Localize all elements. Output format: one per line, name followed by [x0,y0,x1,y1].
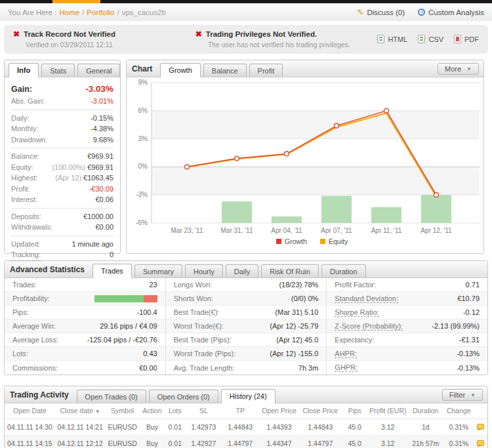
cell-tp: 1.44843 [222,418,258,435]
info-group: Gain:-3.03%Abs. Gain:-3.01% [11,80,113,110]
stat-label: Shorts Won: [174,295,213,302]
col-header-close-date[interactable]: Close date▼ [55,403,106,418]
stat-label: Pips: [12,308,28,316]
stat-label[interactable]: Z-Score (Probability): [335,322,403,331]
pdf-doc-icon [454,35,461,43]
stat-label: Worst Trade(€): [174,322,224,330]
top-nav-active-segment[interactable] [52,0,100,3]
export-pdf-button[interactable]: PDF [454,35,479,43]
stats-tab-daily[interactable]: Daily [226,264,258,277]
info-row-interest: Interest:€0.06 [11,194,113,205]
activity-tab-history-24[interactable]: History (24) [221,389,276,403]
activity-tab-open-orders-0[interactable]: Open Orders (0) [149,390,218,403]
cell-open-date: 04.11.11 14:15 [5,435,55,448]
col-header-lots[interactable]: Lots [165,403,185,418]
stat-value: 23 [149,281,157,289]
stat-label[interactable]: GHPR: [335,363,358,372]
trading-activity-panel: Trading Activity Open Trades (0)Open Ord… [4,386,488,448]
breadcrumb-separator: / [82,9,84,16]
info-value: (100.00%) €969.91 [52,162,113,173]
stat-row-z-score-probability: Z-Score (Probability):-2.13 (99.99%) [327,319,487,333]
info-label: Abs. Gain: [11,96,45,107]
col-header-pips[interactable]: Pips [341,403,369,418]
info-row-drawdown: Drawdown:9.68% [11,134,113,146]
export-html-button[interactable]: HTML [377,35,407,43]
info-row-daily: Daily:-0.15% [11,113,113,124]
stat-row-pips: Pips:-100.4 [5,306,165,319]
stat-label: Trades: [12,281,37,289]
profitability-green-segment [94,295,144,302]
chart-tab-balance[interactable]: Balance [203,64,247,77]
col-header-open-date[interactable]: Open Date [5,403,55,418]
advanced-statistics-grid: Trades:23Profitability:Pips:-100.4Averag… [5,278,487,375]
export-buttons: HTML CSV PDF [377,30,479,43]
chart-panel: Chart GrowthBalanceProfit More▼ 9%6%3%0%… [126,60,484,254]
info-row-balance: Balance:€969.91 [11,151,113,162]
stat-label[interactable]: Sharpe Ratio: [335,308,379,317]
stat-row-worst-trade: Worst Trade(€):(Apr 12) -25.79 [166,319,327,333]
col-header-profit-eur[interactable]: Profit (EUR) [369,403,407,418]
info-label: Highest: [11,173,37,184]
stat-row-longs-won: Longs Won:(18/23) 78% [166,278,327,292]
info-label: Gain: [11,83,32,96]
advanced-statistics-title: Advanced Statistics [10,265,85,274]
stats-tab-trades[interactable]: Trades [92,264,132,278]
info-label: Deposits: [11,211,41,222]
info-value: -0.15% [91,113,113,124]
stats-tab-duration[interactable]: Duration [321,264,366,277]
stat-label[interactable]: Standard Deviation: [335,295,398,303]
stat-label: Profitability: [12,295,50,302]
red-x-icon: ✖ [13,30,20,39]
col-header-symbol[interactable]: Symbol [105,403,139,418]
info-row-monthly: Monthly:-4.38% [11,123,113,134]
col-header-action[interactable]: Action [140,403,165,418]
stat-value: €0.00 [139,364,157,372]
comment-bubble-icon[interactable] [477,424,484,430]
stat-label[interactable]: AHPR: [335,350,357,358]
breadcrumb-portfolio-link[interactable]: Portfolio [87,9,114,16]
custom-analysis-link[interactable]: Custom Analysis [418,8,484,17]
stats-column-2: Longs Won:(18/23) 78%Shorts Won:(0/0) 0%… [166,278,327,375]
col-header-change[interactable]: Change [444,403,474,418]
comment-bubble-icon[interactable] [477,440,484,446]
info-value: -3.01% [91,96,113,107]
col-header-duration[interactable]: Duration [407,403,444,418]
stats-tab-hourly[interactable]: Hourly [185,264,223,277]
chart-tab-growth[interactable]: Growth [160,63,200,77]
col-header-sl[interactable]: SL [186,403,222,418]
cell-change: 0.31% [444,435,474,448]
activity-tab-open-trades-0[interactable]: Open Trades (0) [77,390,146,403]
discuss-link[interactable]: ✎ Discuss (0) [357,8,405,17]
stat-label: Profit Factor: [335,281,376,289]
filter-button[interactable]: Filter▼ [442,389,483,401]
trading-activity-header: Trading Activity Open Trades (0)Open Ord… [5,386,487,403]
breadcrumb-home-link[interactable]: Home [59,9,79,16]
stats-tab-summary[interactable]: Summary [134,264,182,277]
cell-tp: 1.44797 [222,435,258,448]
stats-tab-risk-of-ruin[interactable]: Risk Of Ruin [261,264,319,277]
chart-panel-header: Chart GrowthBalanceProfit More▼ [127,60,483,77]
breadcrumb: You Are Here : Home / Portfolio / vps_ca… [0,3,492,21]
svg-text:Mar 31, '11: Mar 31, '11 [221,227,253,234]
info-row-tracking: Tracking:0 [11,249,113,261]
tab-info[interactable]: Info [9,63,39,77]
clock-icon [418,9,425,16]
breadcrumb-current: vps_cacus2b [122,9,166,16]
more-button[interactable]: More▼ [438,63,479,75]
col-header-comment[interactable] [474,403,487,418]
stat-label: Expectancy: [335,336,374,344]
info-row-highest: Highest:(Apr 12) €1063.45 [11,173,113,184]
chart-tab-profit[interactable]: Profit [249,64,283,77]
custom-analysis-label: Custom Analysis [428,9,484,16]
cell-profit-eur: 3.12 [369,435,407,448]
col-header-close-price[interactable]: Close Price [300,403,341,418]
breadcrumb-prefix: You Are Here : [8,9,56,16]
tab-stats[interactable]: Stats [41,64,75,77]
info-label[interactable]: Tracking: [11,249,41,261]
tab-general[interactable]: General [77,64,120,77]
stat-value: (0/0) 0% [291,295,319,302]
col-header-open-price[interactable]: Open Price [258,403,300,418]
stat-label: Average Loss: [12,336,58,344]
col-header-tp[interactable]: TP [222,403,258,418]
export-csv-button[interactable]: CSV [418,35,443,43]
